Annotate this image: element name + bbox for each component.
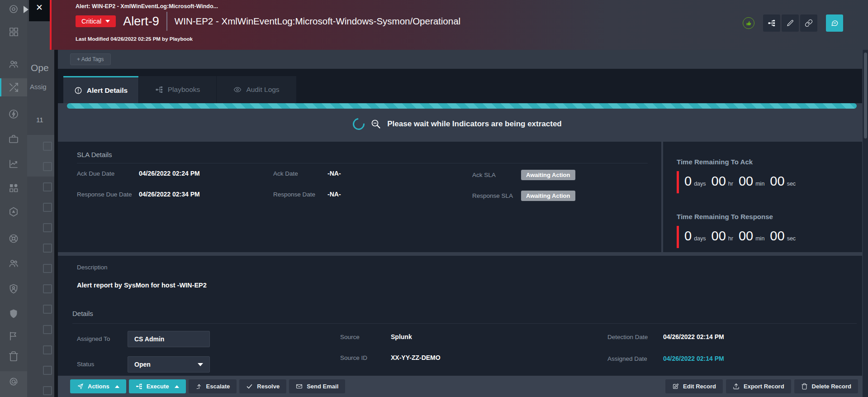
hexagon-icon[interactable] [8,206,19,217]
row-checkbox[interactable] [43,142,52,151]
tab-playbooks[interactable]: Playbooks [139,76,216,103]
shuffle-icon[interactable] [8,82,19,93]
indicator-message: Please wait while Indicators are being e… [387,120,561,129]
shield-icon[interactable] [8,308,19,319]
bolt-icon[interactable] [8,109,19,120]
assigned-to-label: Assigned To [77,335,110,342]
row-checkbox[interactable] [43,182,52,191]
source-value: Splunk [391,333,412,340]
tab-alert-details[interactable]: Alert Details [63,76,138,103]
divider [72,323,857,324]
list-heading: Ope [31,62,49,73]
time-remaining-response-counter: 0days 00hr 00min 00sec [677,226,862,248]
row-checkbox[interactable] [43,284,52,293]
response-due-date-field: Response Due Date 04/26/2022 02:34 PM [77,191,200,198]
status-label: Status [77,361,94,368]
rocket-icon [77,383,84,390]
record-action-bar: Actions Execute Escalate Resolve [58,376,868,397]
source-id-value: XX-YY-ZZ-DEMO [391,354,441,361]
delete-record-button[interactable]: Delete Record [794,379,858,393]
playbook-icon [136,383,142,390]
row-checkbox[interactable] [43,244,52,253]
scan-icon[interactable] [8,4,19,14]
flag-icon[interactable] [8,330,19,341]
alert-body: + Add Tags Alert Details Playbooks Audit… [58,50,868,397]
escalate-button[interactable]: Escalate [189,379,237,393]
export-icon [733,383,740,390]
shield-user-icon[interactable] [8,283,19,294]
scrollbar-track[interactable] [862,50,868,397]
sla-details-panel: SLA Details Ack Due Date 04/26/2022 02:2… [58,142,661,252]
tabs-row: Alert Details Playbooks Audit Logs [58,69,868,103]
execute-button[interactable]: Execute [129,379,186,393]
caret-up-icon [115,385,119,388]
sidebar-rail [0,0,27,397]
briefcase-icon[interactable] [8,134,19,144]
status-select[interactable]: Open [128,356,210,373]
zoom-out-icon [370,119,381,129]
row-checkbox[interactable] [43,325,52,334]
list-subheading: Assig [30,83,47,91]
widgets-icon[interactable] [8,182,19,193]
last-modified: Last Modified 04/26/2022 02:25 PM by Pla… [76,36,193,42]
detection-date-value: 04/26/2022 02:14 PM [663,333,724,340]
users-icon[interactable] [8,59,19,70]
caret-down-icon [105,20,110,23]
wheel-icon[interactable] [8,233,19,244]
row-checkbox[interactable] [43,305,52,314]
time-remaining-panel: Time Remaining To Ack 0days 00hr 00min 0… [663,142,862,252]
chart-icon[interactable] [8,158,19,169]
comments-button[interactable] [826,14,843,32]
row-checkbox[interactable] [43,203,52,212]
alert-header: Alert: WIN-EP2 - XmlWinEventLog:Microsof… [50,0,868,50]
resolve-button[interactable]: Resolve [239,379,286,393]
assigned-date-label: Assigned Date [607,355,647,362]
tags-strip: + Add Tags [58,50,868,69]
team-icon[interactable] [8,258,19,269]
check-icon [246,383,253,390]
indicator-extraction-banner: Please wait while Indicators are being e… [58,115,857,133]
at-icon[interactable] [8,376,19,387]
row-checkbox[interactable] [43,386,52,395]
trash-icon [801,383,808,390]
playbook-button[interactable] [763,14,780,32]
send-email-button[interactable]: Send Email [289,379,345,393]
scrollbar-thumb[interactable] [864,53,867,139]
close-icon: ✕ [36,3,43,13]
comments-icon [830,19,839,28]
link-icon [805,19,813,27]
link-button[interactable] [800,14,817,32]
approval-status-icon [743,17,754,29]
ack-date-field: Ack Date -NA- [273,170,341,177]
add-tags-button[interactable]: + Add Tags [70,53,111,65]
row-checkbox[interactable] [43,345,52,354]
severity-badge[interactable]: Critical [76,15,116,27]
envelope-icon [296,383,303,390]
edit-record-button[interactable]: Edit Record [665,379,723,393]
close-button[interactable]: ✕ [29,0,50,21]
status-badge: Awaiting Action [521,170,575,180]
description-label: Description [77,264,108,271]
edit-button[interactable] [782,14,799,32]
assigned-date-link[interactable]: 04/26/2022 02:14 PM [663,355,724,362]
playbook-icon [768,19,776,27]
actions-button[interactable]: Actions [70,379,126,393]
row-checkbox[interactable] [43,162,52,171]
row-checkbox[interactable] [43,264,52,273]
ack-due-date-field: Ack Due Date 04/26/2022 02:24 PM [77,170,200,177]
row-checkbox[interactable] [43,366,52,375]
edit-icon [786,19,794,27]
tab-audit-logs[interactable]: Audit Logs [217,76,296,103]
response-date-field: Response Date -NA- [273,191,341,198]
trash-rail-icon[interactable] [8,351,19,362]
playbook-icon [155,86,163,94]
source-id-label: Source ID [340,354,367,361]
drawer-expand-icon[interactable] [24,6,28,13]
severity-label: Critical [81,18,101,25]
dashboard-icon[interactable] [8,26,19,37]
escalate-icon [195,383,202,390]
list-row-count: 11 [36,116,43,124]
assigned-to-field[interactable]: CS Admin [128,331,210,347]
row-checkbox[interactable] [43,223,52,232]
export-record-button[interactable]: Export Record [726,379,791,393]
